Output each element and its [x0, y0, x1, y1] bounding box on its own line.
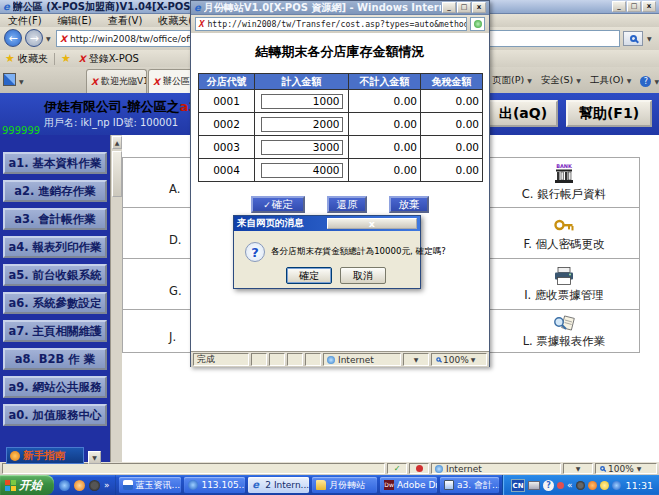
sidebar-item-a7[interactable]: a7. 主頁相關維護 — [3, 320, 107, 342]
task-internet-group[interactable]: e 2 Intern... ▼ — [248, 477, 309, 493]
sidebar-item-a8[interactable]: a8. B2B 作 業 — [3, 348, 107, 370]
task-month-transfer[interactable]: 月份轉站 — [312, 477, 377, 493]
newbie-guide-button[interactable]: 新手指南 — [6, 447, 84, 464]
restore-button[interactable]: □ — [627, 1, 641, 12]
tray-collapse-icon[interactable]: « — [567, 480, 573, 490]
cell-receivable-notes[interactable]: I. 應收票據管理 — [488, 258, 640, 310]
cell-password-change[interactable]: F. 個人密碼更改 — [488, 207, 640, 259]
scroll-up-icon[interactable]: ▲ — [112, 136, 122, 149]
report-search-icon — [552, 314, 576, 333]
task-113[interactable]: 113.105.... — [184, 477, 245, 493]
quick-tabs-icon[interactable] — [3, 73, 16, 86]
search-dropdown-icon[interactable]: ▼ — [647, 35, 652, 42]
cell-bank-accounts[interactable]: BANK C. 銀行帳戶資料 — [488, 157, 640, 208]
popup-restore-button[interactable]: □ — [457, 2, 471, 13]
command-page[interactable]: 页面(P) ▼ — [492, 74, 532, 87]
quick-launch-more-icon[interactable]: » — [104, 480, 110, 490]
status-protected-mode[interactable]: ▼ — [563, 463, 593, 474]
favorite-login-link[interactable]: 登錄X-POS — [89, 52, 139, 66]
help-f1-button[interactable]: 幫助(F1) — [566, 100, 652, 127]
content-scrollbar[interactable]: ▲ — [110, 135, 122, 462]
confirm-button[interactable]: ✓確定 — [251, 196, 305, 213]
popup-protected-mode[interactable]: ▼ — [403, 353, 429, 366]
alert-close-icon[interactable]: x — [327, 218, 418, 229]
popup-window: e 月份轉站V1.0[X-POS 資源網] - Windows Internet… — [190, 0, 490, 367]
sidebar-item-a5[interactable]: a5. 前台收銀系統 — [3, 264, 107, 286]
popup-address-field[interactable]: X http://win2008/tw/Transfer/cost.asp?ty… — [195, 17, 467, 31]
command-tools[interactable]: 工具(O) ▼ — [590, 74, 632, 87]
task-adobe[interactable]: Dw Adobe Dr... — [380, 477, 437, 493]
amount-input-0004[interactable] — [261, 163, 343, 178]
quick-launch-ie-icon[interactable] — [59, 480, 70, 491]
task-a3-accounting[interactable]: a3. 會計... — [440, 477, 499, 493]
printer-tray-icon[interactable] — [528, 481, 540, 490]
tray-misc-icon[interactable] — [557, 482, 564, 489]
cell-notes-report-label: L. 票據報表作業 — [523, 334, 606, 349]
table-row: 0001 0.00 0.00 — [199, 90, 483, 113]
alert-ok-button[interactable]: 確定 — [286, 267, 332, 284]
add-favorite-icon[interactable]: ★ — [61, 52, 71, 65]
taxfree-cell: 0.00 — [421, 159, 483, 182]
sidebar-item-a2[interactable]: a2. 進銷存作業 — [3, 180, 107, 202]
bank-icon: BANK — [552, 163, 576, 185]
yellow-tray-icon[interactable] — [600, 481, 609, 490]
sidebar-item-a3[interactable]: a3. 會計帳作業 — [3, 208, 107, 230]
popup-button-row: ✓確定 還原 放棄 — [191, 196, 489, 213]
command-safety[interactable]: 安全(S) ▼ — [541, 74, 581, 87]
minimize-button[interactable]: _ — [612, 1, 626, 12]
language-indicator[interactable]: CN — [511, 479, 525, 492]
quick-launch-fetion-icon[interactable] — [74, 480, 85, 491]
sidebar-item-a9[interactable]: a9. 網站公共服務 — [3, 376, 107, 398]
cell-J-label: J. — [169, 330, 176, 344]
discard-button[interactable]: 放棄 — [389, 196, 429, 213]
sidebar-scroll-down-icon[interactable]: ▼ — [88, 451, 101, 464]
command-help[interactable]: ? ▼ — [640, 75, 659, 87]
status-zoom[interactable]: 100%▼ — [595, 463, 657, 474]
globe-icon — [327, 356, 335, 364]
favorites-button[interactable]: 收藏夹 — [18, 52, 48, 66]
col-taxfree: 免稅金額 — [421, 74, 483, 90]
logout-button[interactable]: 出(aQ) — [488, 100, 558, 127]
status-zone: Internet — [431, 463, 561, 474]
sidebar-item-a6[interactable]: a6. 系統參數設定 — [3, 292, 107, 314]
search-button[interactable] — [623, 31, 643, 46]
qq-tray-icon[interactable] — [576, 481, 585, 490]
cell-password-label: F. 個人密碼更改 — [523, 237, 604, 252]
amount-input-0001[interactable] — [261, 94, 343, 109]
clock[interactable]: 11:31 — [626, 480, 653, 491]
quick-launch-qq-icon[interactable] — [89, 480, 100, 491]
task-lanyu[interactable]: 蓝玉资讯... — [119, 477, 182, 493]
amount-input-0002[interactable] — [261, 117, 343, 132]
orange-tray-icon[interactable] — [588, 481, 597, 490]
close-button[interactable]: x — [642, 1, 656, 12]
tab-list-dropdown-icon[interactable]: ▼ — [19, 78, 24, 85]
popup-close-button[interactable]: x — [472, 2, 486, 13]
start-button[interactable]: 开始 — [0, 475, 54, 495]
ie-icon: e — [252, 480, 262, 490]
cell-notes-report[interactable]: L. 票據報表作業 — [488, 309, 640, 353]
amount-input-0003[interactable] — [261, 140, 343, 155]
tab-welcome[interactable]: X 歡迎光臨V1.27[X-POS資... — [86, 69, 147, 93]
refresh-button[interactable] — [470, 17, 485, 31]
command-bar: 页面(P) ▼ 安全(S) ▼ 工具(O) ▼ ? ▼ » — [492, 74, 659, 87]
alert-title: 来自网页的消息 — [237, 217, 326, 230]
store-code-cell: 0002 — [199, 113, 255, 136]
sidebar-item-a4[interactable]: a4. 報表列印作業 — [3, 236, 107, 258]
popup-status-zoom[interactable]: 100%▼ — [431, 353, 487, 366]
forward-button[interactable]: → — [25, 29, 43, 47]
excluded-cell: 0.00 — [349, 159, 421, 182]
back-button[interactable]: ← — [4, 29, 22, 47]
sidebar-item-a0[interactable]: a0. 加值服務中心 — [3, 404, 107, 426]
taskbar: 开始 » 蓝玉资讯... 113.105.... e 2 Intern... ▼ — [0, 475, 659, 495]
scroll-thumb[interactable] — [112, 151, 122, 197]
help-tray-icon[interactable]: ? — [543, 480, 554, 491]
blue-tray-icon[interactable] — [612, 481, 621, 490]
reset-button[interactable]: 還原 — [327, 196, 367, 213]
alert-cancel-button[interactable]: 取消 — [340, 267, 386, 284]
popup-minimize-button[interactable]: _ — [442, 2, 456, 13]
nav-dropdown-icon[interactable]: ▼ — [46, 35, 51, 42]
excluded-cell: 0.00 — [349, 90, 421, 113]
system-tray: CN ? « 11:31 — [502, 475, 659, 495]
search-input[interactable] — [472, 30, 620, 47]
sidebar-item-a1[interactable]: a1. 基本資料作業 — [3, 152, 107, 174]
